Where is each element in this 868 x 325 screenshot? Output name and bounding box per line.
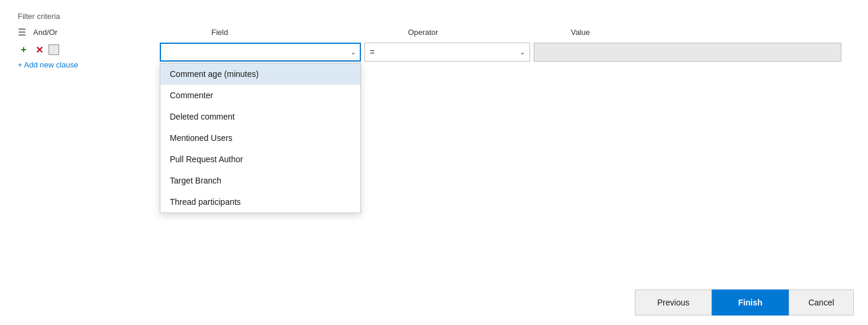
add-clause-icon-button[interactable]: +	[18, 44, 30, 56]
dropdown-item-comment-age[interactable]: Comment age (minutes)	[160, 63, 360, 85]
bottom-bar: Previous Finish Cancel	[621, 280, 868, 325]
list-icon: ☰	[18, 27, 26, 38]
field-select[interactable]	[160, 43, 361, 62]
main-container: Filter criteria ☰ And/Or Field Operator …	[0, 0, 868, 86]
andor-label: And/Or	[33, 28, 57, 37]
field-col-header: Field	[211, 28, 228, 37]
operator-col-header: Operator	[408, 28, 438, 37]
operator-select[interactable]: =	[364, 43, 530, 62]
previous-button[interactable]: Previous	[635, 289, 712, 316]
fields-section: ⌄ Comment age (minutes) Commenter Delete…	[160, 43, 850, 62]
dropdown-item-deleted-comment[interactable]: Deleted comment	[160, 106, 360, 127]
value-input-wrapper	[534, 43, 841, 62]
left-panel: + ✕ + Add new clause	[18, 43, 160, 69]
field-select-wrapper: ⌄ Comment age (minutes) Commenter Delete…	[160, 43, 361, 62]
value-col-header: Value	[571, 28, 590, 37]
icon-row: + ✕	[18, 44, 160, 56]
controls-row: + ✕ + Add new clause ⌄ Comment age (minu…	[18, 43, 850, 69]
cancel-button[interactable]: Cancel	[789, 289, 854, 316]
operator-select-wrapper: = ⌄	[364, 43, 530, 62]
dropdown-item-commenter[interactable]: Commenter	[160, 85, 360, 106]
header-row: ☰ And/Or Field Operator Value	[18, 27, 850, 38]
finish-button[interactable]: Finish	[712, 289, 789, 316]
add-new-clause-button[interactable]: + Add new clause	[18, 60, 160, 69]
dropdown-item-pull-request-author[interactable]: Pull Request Author	[160, 149, 360, 170]
dropdown-item-target-branch[interactable]: Target Branch	[160, 170, 360, 191]
filter-criteria-label: Filter criteria	[18, 12, 850, 21]
field-dropdown-menu: Comment age (minutes) Commenter Deleted …	[160, 63, 361, 213]
clause-checkbox[interactable]	[49, 44, 59, 55]
dropdown-item-mentioned-users[interactable]: Mentioned Users	[160, 127, 360, 149]
dropdown-item-thread-participants[interactable]: Thread participants	[160, 191, 360, 213]
value-input[interactable]	[534, 43, 841, 62]
remove-clause-icon-button[interactable]: ✕	[33, 44, 45, 56]
